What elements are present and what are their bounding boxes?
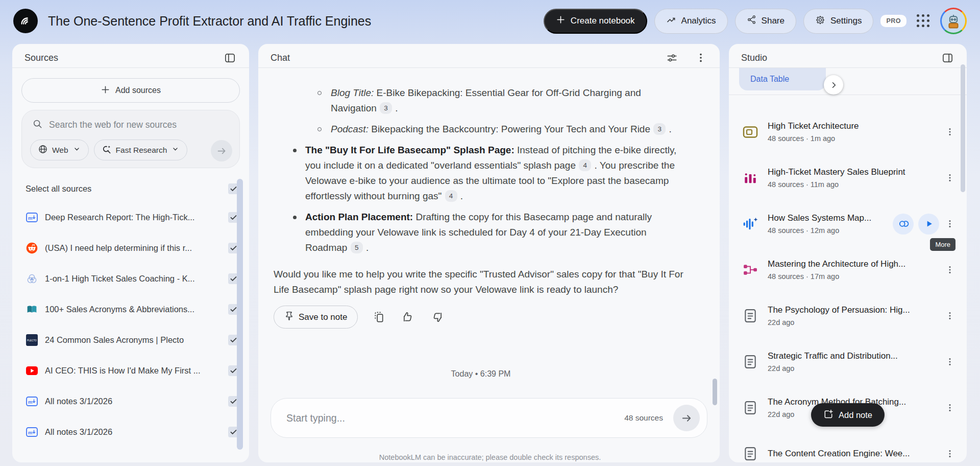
studio-output-item[interactable]: Strategic Traffic and Distribution... 22… [729, 339, 967, 385]
report-icon [742, 355, 758, 369]
search-submit-button[interactable] [211, 140, 232, 161]
add-note-button[interactable]: Add note [811, 403, 885, 427]
source-list: m Deep Research Report: The High-Tick...… [12, 202, 249, 447]
notebooklm-logo-icon[interactable] [13, 9, 38, 33]
app-header: The One-Sentence Profit Extractor and AI… [0, 0, 980, 42]
studio-scrollbar[interactable] [961, 64, 965, 192]
plus-icon [101, 85, 110, 97]
chat-input-bar: 48 sources [271, 398, 707, 438]
report-icon [742, 401, 758, 415]
book-icon [26, 304, 38, 315]
source-list-item[interactable]: 1-on-1 High Ticket Sales Coaching - K... [12, 263, 249, 294]
analytics-button[interactable]: Analytics [654, 9, 728, 34]
disclaimer-text: NotebookLM can be inaccurate; please dou… [0, 453, 980, 461]
report-icon [742, 309, 758, 323]
thumbs-up-icon[interactable] [400, 309, 416, 325]
studio-output-item[interactable]: High-Ticket Mastery Sales Blueprint 48 s… [729, 155, 967, 201]
data-table-chip[interactable]: Data Table [739, 68, 826, 90]
research-mode-dropdown[interactable]: Fast Research [94, 139, 188, 160]
item-more-menu-icon[interactable] [942, 353, 958, 371]
chat-scrollbar[interactable] [713, 379, 717, 405]
citation-chip[interactable]: 5 [351, 242, 363, 253]
web-search-card: Search the web for new sources Web Fast … [21, 110, 240, 168]
gear-icon [815, 15, 825, 28]
globe-icon [38, 144, 48, 156]
bullet-marker [293, 149, 297, 152]
chat-settings-tune-icon[interactable] [664, 50, 680, 66]
settings-button[interactable]: Settings [803, 9, 873, 34]
bullet-marker [317, 127, 322, 131]
search-input[interactable]: Search the web for new sources [30, 119, 231, 131]
svg-text:m: m [28, 399, 32, 404]
source-list-item[interactable]: m All notes 3/1/2026 [12, 386, 249, 416]
source-list-item[interactable]: m All notes 3/1/2026 [12, 416, 249, 447]
google-apps-grid-icon[interactable] [917, 14, 930, 28]
sparkle-search-icon [102, 144, 112, 156]
item-more-menu-icon[interactable] [942, 215, 958, 233]
sources-panel: Sources Add sources Search the web for n… [12, 44, 249, 462]
send-message-button[interactable] [673, 405, 700, 431]
collapse-studio-panel-icon[interactable] [940, 50, 955, 66]
citation-chip[interactable]: 4 [445, 190, 457, 202]
source-list-item[interactable]: AI CEO: THIS is How I'd Make My First ..… [12, 355, 249, 386]
chat-paragraph: Would you like me to help you write the … [274, 267, 688, 297]
markdown-note-icon: m [26, 427, 38, 437]
studio-output-chipbar: Data Table [729, 68, 967, 95]
bullet-marker [317, 91, 322, 95]
chat-bullet: Action Plan Placement: Drafting the copy… [274, 209, 688, 255]
account-avatar[interactable] [940, 8, 967, 34]
citation-chip[interactable]: 3 [653, 123, 666, 135]
copy-icon[interactable] [371, 309, 387, 325]
collapse-sources-panel-icon[interactable] [222, 50, 238, 66]
chat-more-menu-icon[interactable] [693, 50, 708, 65]
item-more-menu-icon[interactable] [942, 399, 958, 417]
studio-output-item[interactable]: High Ticket Architecture 48 sources · 1m… [729, 109, 967, 155]
notebook-title[interactable]: The One-Sentence Profit Extractor and AI… [48, 14, 371, 29]
add-sources-button[interactable]: Add sources [21, 78, 240, 103]
youtube-icon [26, 366, 38, 375]
chat-bullet: The "Buy It For Life Basecamp" Splash Pa… [274, 143, 688, 204]
item-more-menu-icon[interactable] [942, 307, 958, 325]
chat-bullet: Podcast: Bikepacking the Backcountry: Po… [274, 122, 688, 137]
studio-output-item[interactable]: The Psychology of Persuasion: Hig... 22d… [729, 293, 967, 339]
share-button[interactable]: Share [735, 9, 796, 34]
avatar-robot-image [942, 9, 965, 33]
search-icon [32, 119, 43, 131]
chat-timestamp: Today • 6:39 PM [274, 366, 688, 382]
chat-panel: Chat Blog Title: E-Bike Bikepacking: Ess… [258, 44, 720, 462]
assistant-message: Blog Title: E-Bike Bikepacking: Essentia… [274, 85, 688, 297]
more-tooltip: More [930, 238, 955, 251]
select-all-label: Select all sources [26, 184, 91, 194]
item-more-menu-icon[interactable] [942, 169, 958, 187]
venn-icon [26, 273, 38, 285]
thumbs-down-icon[interactable] [429, 309, 445, 325]
chat-text-input[interactable] [286, 412, 624, 424]
citation-chip[interactable]: 4 [579, 159, 591, 171]
sources-panel-title: Sources [24, 53, 58, 63]
studio-output-item[interactable]: Mastering the Architecture of High... 48… [729, 247, 967, 293]
source-list-item[interactable]: PLECTO 24 Common Sales Acronyms | Plecto [12, 324, 249, 355]
chat-message-area[interactable]: Blog Title: E-Bike Bikepacking: Essentia… [274, 68, 710, 396]
item-more-menu-icon[interactable] [942, 261, 958, 279]
play-audio-button[interactable] [918, 214, 939, 235]
save-to-note-button[interactable]: Save to note [274, 306, 358, 329]
source-count-label: 48 sources [624, 413, 663, 423]
source-list-item[interactable]: (USA) I need help determining if this r.… [12, 232, 249, 263]
chip-carousel-next-button[interactable] [824, 75, 843, 95]
web-filter-dropdown[interactable]: Web [30, 139, 89, 160]
pro-badge: PRO [880, 15, 906, 27]
waveform-icon [742, 217, 758, 231]
citation-chip[interactable]: 3 [380, 102, 392, 114]
source-list-item[interactable]: 100+ Sales Acronyms & Abbreviations... [12, 294, 249, 324]
interactive-mode-button[interactable] [893, 214, 914, 235]
markdown-note-icon: m [26, 213, 38, 222]
search-placeholder: Search the web for new sources [49, 120, 177, 130]
create-notebook-button[interactable]: Create notebook [544, 9, 647, 34]
item-more-menu-icon[interactable] [942, 123, 958, 141]
plus-icon [556, 15, 566, 27]
source-list-item[interactable]: m Deep Research Report: The High-Tick... [12, 202, 249, 232]
sources-scrollbar[interactable] [237, 179, 243, 450]
chat-panel-title: Chat [271, 53, 290, 63]
trending-up-icon [666, 15, 676, 28]
pin-icon [284, 311, 294, 323]
